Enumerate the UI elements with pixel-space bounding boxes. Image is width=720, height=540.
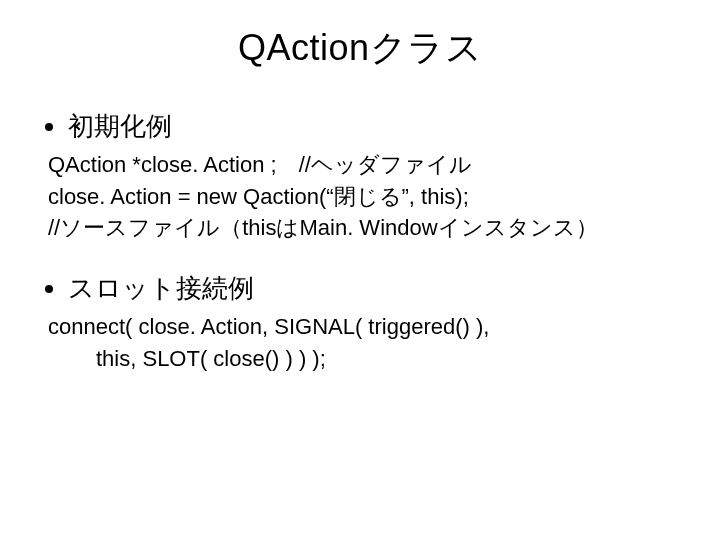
slide-title: QActionクラス [40,24,680,73]
bullet-init-heading: 初期化例 [68,111,172,141]
slot-code-line-2: this, SLOT( close() ) ) ); [48,344,680,374]
init-code-line-1: QAction *close. Action ; //ヘッダファイル [48,150,680,180]
init-code-line-2: close. Action = new Qaction(“閉じる”, this)… [48,182,680,212]
slot-code-block: connect( close. Action, SIGNAL( triggere… [48,312,680,373]
slide: QActionクラス 初期化例 QAction *close. Action ;… [0,0,720,540]
bullet-slot: スロット接続例 [68,271,680,306]
bullet-init: 初期化例 [68,109,680,144]
bullet-list: 初期化例 [40,109,680,144]
bullet-slot-heading: スロット接続例 [68,273,254,303]
slot-code-line-1: connect( close. Action, SIGNAL( triggere… [48,312,680,342]
init-code-block: QAction *close. Action ; //ヘッダファイル close… [48,150,680,243]
bullet-list-2: スロット接続例 [40,271,680,306]
init-code-line-3: //ソースファイル（thisはMain. Windowインスタンス） [48,213,680,243]
